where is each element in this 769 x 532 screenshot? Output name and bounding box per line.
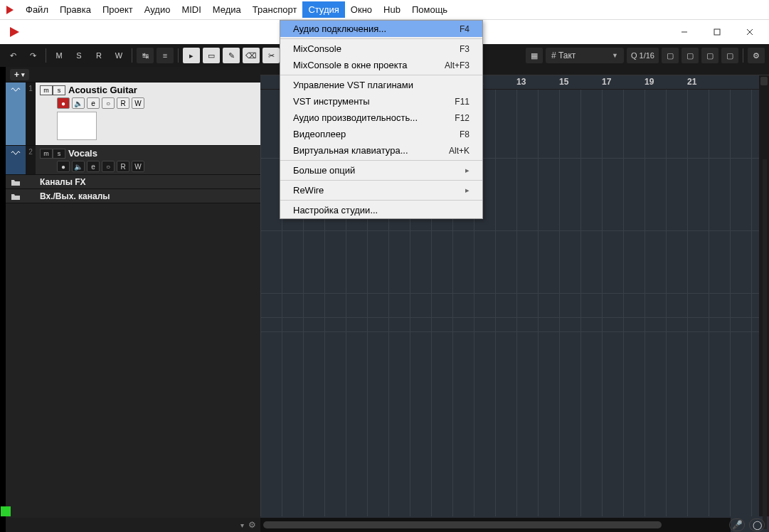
layout-4-icon[interactable]: ▢ <box>721 48 738 63</box>
quantize-icon[interactable]: Q 1/16 <box>627 48 659 63</box>
track-body[interactable]: m s Acoustic Guitar ● 🔈 e ○ R W <box>36 83 260 145</box>
menu-студия[interactable]: Студия <box>302 1 344 18</box>
chevron-right-icon: ▸ <box>465 186 470 195</box>
menu-item[interactable]: Аудио производительность...F12 <box>280 110 482 126</box>
track-row[interactable]: 1 m s Acoustic Guitar ● 🔈 e ○ R W <box>6 83 260 146</box>
menu-item-shortcut: F12 <box>455 113 470 123</box>
chevron-down-icon: ▼ <box>612 52 618 59</box>
snap-type-label: # Такт <box>551 50 576 60</box>
snap-toggle-icon[interactable]: ▦ <box>526 48 543 63</box>
menu-item-shortcut: F11 <box>455 97 470 107</box>
menu-item[interactable]: Больше опций▸ <box>280 162 482 179</box>
folder-icon <box>6 192 26 201</box>
split-tool-icon[interactable]: ✂ <box>262 48 280 63</box>
freeze-icon[interactable]: ○ <box>102 97 115 109</box>
app-icon-large <box>7 25 21 39</box>
layout-2-icon[interactable]: ▢ <box>682 48 699 63</box>
write-automation-button[interactable]: W <box>132 97 144 109</box>
menu-midi[interactable]: MIDI <box>176 1 206 18</box>
track-number: 1 <box>26 83 36 145</box>
studio-menu-dropdown: Аудио подключения...F4MixConsoleF3MixCon… <box>280 20 483 219</box>
tracklist: +▾ 1 m s Acoustic Guitar ● 🔈 e ○ R W <box>6 67 260 532</box>
monitor-button[interactable]: 🔈 <box>72 161 85 172</box>
edit-channel-icon[interactable]: e <box>87 97 100 109</box>
menu-item-label: VST инструменты <box>293 96 370 107</box>
record-enable-button[interactable]: ● <box>57 97 70 109</box>
menu-транспорт[interactable]: Транспорт <box>247 1 303 18</box>
menu-медиа[interactable]: Медиа <box>207 1 247 18</box>
menu-правка[interactable]: Правка <box>54 1 97 18</box>
menu-item-shortcut: Alt+K <box>449 146 470 156</box>
mute-button[interactable]: m <box>40 85 53 95</box>
chevron-down-icon[interactable]: ▾ <box>240 521 244 529</box>
gear-icon[interactable]: ⚙ <box>748 48 765 63</box>
menu-окно[interactable]: Окно <box>345 1 378 18</box>
solo-button[interactable]: s <box>53 149 65 159</box>
menu-hub[interactable]: Hub <box>378 1 406 18</box>
svg-rect-1 <box>714 29 720 35</box>
menu-item-label: MixConsole <box>293 43 341 54</box>
erase-tool-icon[interactable]: ⌫ <box>243 48 260 63</box>
ruler-number: 15 <box>559 77 568 87</box>
constrain-icon[interactable]: ↹ <box>137 48 154 63</box>
monitor-button[interactable]: 🔈 <box>72 97 85 109</box>
mic-icon[interactable]: 🎤 <box>729 518 745 531</box>
track-body[interactable]: m s Vocals ● 🔈 e ○ R W <box>36 146 260 174</box>
read-automation-button[interactable]: R <box>117 161 129 172</box>
draw-tool-icon[interactable]: ✎ <box>223 48 240 63</box>
menu-item-label: Видеоплеер <box>293 129 346 139</box>
layout-1-icon[interactable]: ▢ <box>662 48 679 63</box>
ruler-number: 17 <box>602 77 611 87</box>
range-tool-icon[interactable]: ▭ <box>203 48 220 63</box>
menu-item-label: Настройка студии... <box>293 205 378 216</box>
menu-проект[interactable]: Проект <box>97 1 139 18</box>
menu-item[interactable]: MixConsoleF3 <box>280 41 482 57</box>
arrow-tool-icon[interactable]: ▸ <box>183 48 200 63</box>
menu-item[interactable]: ВидеоплеерF8 <box>280 126 482 142</box>
menu-item-label: Больше опций <box>293 165 355 176</box>
record-enable-button[interactable]: ● <box>57 161 70 172</box>
menu-item[interactable]: MixConsole в окне проектаAlt+F3 <box>280 57 482 73</box>
menu-item[interactable]: VST инструментыF11 <box>280 93 482 110</box>
menu-файл[interactable]: Файл <box>20 1 54 18</box>
automation-icon[interactable]: ≡ <box>157 48 174 63</box>
toolbar-r-button[interactable]: R <box>90 48 107 63</box>
add-track-button[interactable]: +▾ <box>10 69 29 80</box>
write-automation-button[interactable]: W <box>132 161 144 172</box>
freeze-icon[interactable]: ○ <box>102 161 115 172</box>
wave-icon <box>11 86 21 93</box>
menu-item[interactable]: Настройка студии... <box>280 202 482 218</box>
horizontal-scrollbar[interactable] <box>260 518 731 532</box>
redo-icon[interactable]: ↷ <box>24 48 41 63</box>
menu-item-shortcut: F4 <box>460 24 470 34</box>
minimize-button[interactable] <box>668 21 701 43</box>
track-color-strip <box>6 83 26 145</box>
ruler-number: 13 <box>516 77 526 87</box>
toolbar-w-button[interactable]: W <box>110 48 127 63</box>
toolbar-m-button[interactable]: M <box>51 48 68 63</box>
menu-помощь[interactable]: Помощь <box>406 1 453 18</box>
menu-item[interactable]: Виртуальная клавиатура...Alt+K <box>280 142 482 159</box>
folder-row[interactable]: Каналы FX <box>6 175 260 189</box>
read-automation-button[interactable]: R <box>117 97 129 109</box>
layout-3-icon[interactable]: ▢ <box>701 48 718 63</box>
zoom-slider[interactable] <box>763 159 767 529</box>
undo-icon[interactable]: ↶ <box>4 48 21 63</box>
snap-type-dropdown[interactable]: # Такт ▼ <box>546 48 624 63</box>
track-row[interactable]: 2 m s Vocals ● 🔈 e ○ R W <box>6 146 260 175</box>
menu-item[interactable]: Управление VST плагинами <box>280 77 482 93</box>
solo-button[interactable]: s <box>53 85 65 95</box>
menu-аудио[interactable]: Аудио <box>139 1 176 18</box>
menu-item[interactable]: ReWire▸ <box>280 182 482 198</box>
mute-button[interactable]: m <box>40 149 53 159</box>
menu-item-label: ReWire <box>293 185 324 196</box>
close-button[interactable] <box>733 21 766 43</box>
toolbar-s-button[interactable]: S <box>70 48 87 63</box>
ruler-number: 19 <box>645 77 654 87</box>
edit-channel-icon[interactable]: e <box>87 161 100 172</box>
maximize-button[interactable] <box>701 21 733 43</box>
gear-icon[interactable]: ⚙ <box>248 520 256 530</box>
folder-row[interactable]: Вх./Вых. каналы <box>6 189 260 203</box>
circle-icon[interactable]: ◯ <box>749 518 765 531</box>
menu-item[interactable]: Аудио подключения...F4 <box>280 21 482 37</box>
